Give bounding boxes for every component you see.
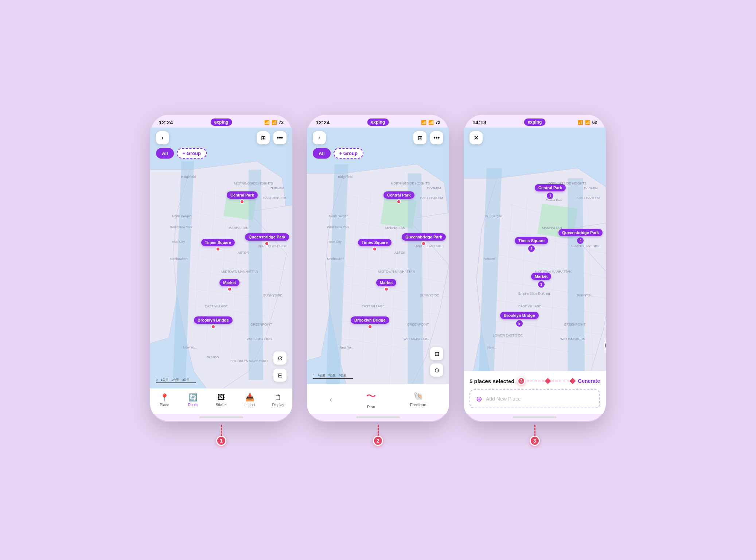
add-place-input-3[interactable]: Add New Place [486,396,521,402]
phone1-wrapper: 12:24 🔔 exping 📶 📶 72 [150,114,292,446]
more-btn-1[interactable]: ••• [273,131,287,144]
tab-label-place-1: Place [160,403,169,407]
label-times-square-2: Times Square [358,239,391,246]
map-nav-1: ‹ ⊞ ••• [150,131,292,144]
map-area-2: MORNINGSIDE HEIGHTS HARLEM MANHATTAN EAS… [307,128,449,384]
exping-badge-1: exping [211,118,232,126]
dot-queensbridge-1 [265,241,269,246]
marker-queensbridge-1[interactable]: Queensbridge Park [245,233,289,246]
add-place-row-3[interactable]: ⊕ Add New Place [469,389,600,408]
tab-bar-1: 📍 Place 🔄 Route 🖼 Sticker 📥 Import 🗒 [150,388,292,414]
location-btn-1[interactable]: ⊙ [273,351,287,365]
scale-bar-1: 0 1公里 2公里 3公里 [156,378,196,383]
step3-container: 3 [530,425,540,446]
numbered-brooklyn-bridge-3[interactable]: Brooklyn Bridge 5 [500,312,539,327]
wifi-2: 📶 [428,120,434,125]
signal-1: 📶 [264,120,270,125]
map-toggle-btn-2[interactable]: ⊞ [413,131,426,144]
filter-bar-2: All + Group [313,148,363,159]
marker-market-2[interactable]: Market [376,279,396,291]
map-toggle-btn-1[interactable]: ⊞ [257,131,270,144]
numbered-market-3[interactable]: Market 3 [531,273,551,288]
plan-item-2[interactable]: 〜 Plan [366,389,376,409]
numbered-times-square-3[interactable]: Times Square 2 [515,237,548,252]
document-btn-2[interactable]: ⊟ [430,347,443,360]
exping-badge-3: exping [524,118,546,126]
sheet-back-btn-2[interactable]: ‹ [330,395,332,404]
label-market-2: Market [376,279,396,286]
dot-market-2 [384,287,389,291]
all-filter-btn-2[interactable]: All [313,148,331,159]
home-indicator-2 [356,416,400,418]
dot-times-square-2 [373,247,377,251]
group-filter-btn-1[interactable]: + Group [177,148,207,159]
badge3-central-park: 1 [547,192,553,199]
label3-brooklyn-bridge: Brooklyn Bridge [500,312,539,319]
route-panel-3: 5 places selected 3 Generate ⊕ Add New P… [464,371,606,414]
all-filter-btn-1[interactable]: All [156,148,174,159]
label3-queensbridge: Queensbridge Park [558,229,603,236]
label-times-square-1: Times Square [201,239,235,246]
tab-label-route-1: Route [188,403,198,407]
document-btn-1[interactable]: ⊟ [273,369,287,382]
back-button-1[interactable]: ‹ [156,131,169,144]
marker-central-park-1[interactable]: Central Park [227,191,258,204]
freeform-item-2[interactable]: 🐚 Freeform [410,392,426,407]
marker-queensbridge-2[interactable]: Queensbridge Park [402,233,446,246]
label-central-park-2: Central Park [383,191,414,199]
step2-line [378,425,379,436]
freeform-label-2: Freeform [410,402,426,407]
time-1: 12:24 [159,119,173,125]
label-brooklyn-bridge-1: Brooklyn Bridge [194,316,233,324]
nav-icons-2: ⊞ ••• [413,131,443,144]
marker-times-square-2[interactable]: Times Square [358,239,391,251]
tab-sticker-1[interactable]: 🖼 Sticker [212,393,230,407]
generate-btn-3[interactable]: Generate [578,378,600,384]
tab-place-1[interactable]: 📍 Place [155,393,174,407]
wifi-3: 📶 [585,120,591,125]
status-bar-1: 12:24 🔔 exping 📶 📶 72 [150,114,292,128]
phone2: 12:24 🔔 exping 📶 📶 72 [307,114,449,422]
location-btn-2[interactable]: ⊙ [430,363,443,377]
marker-brooklyn-bridge-2[interactable]: Brooklyn Bridge [351,316,389,329]
marker-brooklyn-bridge-1[interactable]: Brooklyn Bridge [194,316,233,329]
selected-count-3: 5 places selected [469,378,514,384]
status-icons-1: 📶 📶 72 [264,120,284,125]
route-dash-3b [552,381,569,381]
wifi-1: 📶 [272,120,277,125]
filter-bar-1: All + Group [156,148,207,159]
dot-brooklyn-bridge-2 [368,324,372,329]
close-button-3[interactable]: ✕ [469,131,483,144]
tab-label-display-1: Display [272,403,284,407]
scale-bar-2: 0 1公里 2公里 3公里 [313,373,353,379]
dot-central-park-1 [240,199,244,204]
phone3-wrapper: 14:13 🔔 exping 📶 📶 62 [464,114,606,446]
dot-central-park-2 [397,199,401,204]
badge3-times-square: 2 [528,245,535,252]
tab-route-1[interactable]: 🔄 Route [184,393,202,407]
numbered-queensbridge-3[interactable]: Queensbridge Park 4 [558,229,603,244]
marker-times-square-1[interactable]: Times Square [201,239,235,251]
time-3: 14:13 [472,119,486,125]
time-2: 12:24 [316,119,330,125]
add-place-plus-3[interactable]: ⊕ [476,394,482,403]
plan-icon-2: 〜 [366,389,376,403]
label3-central-park: Central Park [535,184,566,191]
nav-icons-1: ⊞ ••• [257,131,287,144]
import-icon-1: 📥 [245,393,254,402]
marker-central-park-2[interactable]: Central Park [383,191,414,204]
numbered-central-park-3[interactable]: Central Park 1 [535,184,566,199]
route-step-3: 3 [517,377,525,385]
step-badge-1: 1 [216,436,226,446]
back-button-2[interactable]: ‹ [313,131,326,144]
badge3-queensbridge: 4 [577,237,584,244]
battery-3: 62 [592,120,597,125]
battery-2: 72 [436,120,440,125]
group-filter-btn-2[interactable]: + Group [334,148,363,159]
marker-market-1[interactable]: Market [219,279,239,291]
home-indicator-3 [513,416,557,418]
status-icons-3: 📶 📶 62 [578,120,597,125]
more-btn-2[interactable]: ••• [430,131,443,144]
tab-import-1[interactable]: 📥 Import [241,393,259,407]
tab-display-1[interactable]: 🗒 Display [269,393,287,407]
